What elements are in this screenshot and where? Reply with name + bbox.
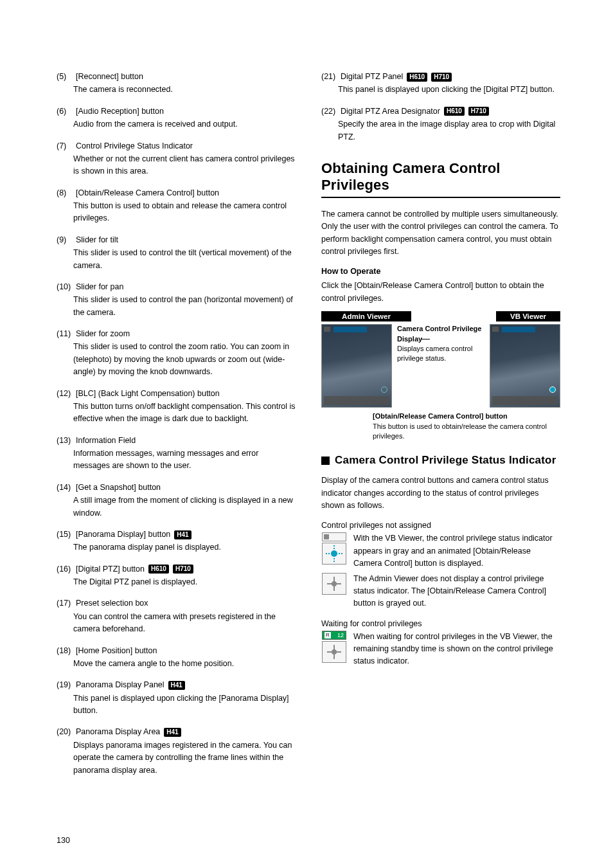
item-description: This slider is used to control the zoom … xyxy=(57,341,296,378)
item-description: Information messages, warning messages a… xyxy=(57,448,296,473)
status-not-assigned-admin-text: The Admin Viewer does not display a cont… xyxy=(353,573,560,610)
square-bullet-icon xyxy=(321,457,330,465)
list-item: (13)Information FieldInformation message… xyxy=(57,435,296,473)
status-not-assigned-block: Control privileges not assigned With the… xyxy=(321,521,560,610)
item-title: [Panorama Display] button xyxy=(76,529,170,541)
list-item: (18)[Home Position] buttonMove the camer… xyxy=(57,645,296,671)
item-description: This slider is used to control the pan (… xyxy=(57,294,296,319)
item-title: [BLC] (Back Light Compensation) button xyxy=(76,388,220,400)
item-title: [Audio Reception] button xyxy=(76,105,164,118)
left-column: (5)[Reconnect] buttonThe camera is recon… xyxy=(57,71,296,786)
item-number: (13) xyxy=(57,435,73,447)
item-description: Audio from the camera is received and ou… xyxy=(57,118,296,131)
item-description: A still image from the moment of clickin… xyxy=(57,494,296,520)
item-description: The Digital PTZ panel is displayed. xyxy=(57,576,296,588)
item-title: [Reconnect] button xyxy=(76,71,143,83)
list-item: (22)Digital PTZ Area DesignatorH610H710S… xyxy=(321,105,560,143)
item-description: Displays panorama images registered in t… xyxy=(57,739,296,777)
model-tag: H710 xyxy=(431,73,452,82)
item-head: (20)Panorama Display AreaH41 xyxy=(57,726,296,738)
item-head: (11)Slider for zoom xyxy=(57,328,296,340)
item-title: Preset selection box xyxy=(76,597,148,610)
item-description: This panel is displayed upon clicking th… xyxy=(57,692,296,718)
item-head: (6)[Audio Reception] button xyxy=(57,105,296,118)
item-head: (17)Preset selection box xyxy=(57,597,296,610)
item-description: Whether or not the current client has ca… xyxy=(57,153,296,178)
item-number: (20) xyxy=(57,726,73,738)
viewer-screenshots-row: Camera Control Privilege Display Display… xyxy=(321,324,560,408)
item-head: (5)[Reconnect] button xyxy=(57,71,296,83)
viewer-labels-row: Admin Viewer VB Viewer xyxy=(321,311,560,321)
obtain-release-button-annotation: [Obtain/Release Camera Control] button T… xyxy=(373,411,560,441)
list-item: (14)[Get a Snapshot] buttonA still image… xyxy=(57,482,296,520)
model-tag: H41 xyxy=(168,681,185,690)
item-number: (16) xyxy=(57,563,73,575)
list-item: (20)Panorama Display AreaH41Displays pan… xyxy=(57,726,296,777)
list-item: (9)Slider for tiltThis slider is used to… xyxy=(57,234,296,272)
item-number: (18) xyxy=(57,645,73,657)
waiting-icon: R12 xyxy=(321,631,347,663)
list-item: (8)[Obtain/Release Camera Control] butto… xyxy=(57,187,296,225)
item-description: Specify the area in the image display ar… xyxy=(321,118,560,143)
item-head: (9)Slider for tilt xyxy=(57,234,296,246)
list-item: (21)Digital PTZ PanelH610H710This panel … xyxy=(321,71,560,96)
item-title: [Digital PTZ] button xyxy=(76,563,145,575)
item-number: (12) xyxy=(57,388,73,400)
model-tag: H710 xyxy=(173,565,193,574)
list-item: (6)[Audio Reception] buttonAudio from th… xyxy=(57,105,296,131)
item-head: (15)[Panorama Display] buttonH41 xyxy=(57,529,296,541)
model-tag: H610 xyxy=(407,73,427,82)
item-number: (6) xyxy=(57,105,73,118)
item-title: Digital PTZ Panel xyxy=(341,71,403,83)
status-waiting-block: Waiting for control privileges R12 When … xyxy=(321,619,560,668)
item-number: (10) xyxy=(57,281,73,293)
item-number: (17) xyxy=(57,597,73,610)
page-number: 130 xyxy=(57,836,70,845)
item-head: (14)[Get a Snapshot] button xyxy=(57,482,296,494)
item-description: This button turns on/off backlight compe… xyxy=(57,401,296,426)
item-head: (8)[Obtain/Release Camera Control] butto… xyxy=(57,187,296,199)
section-body: The camera cannot be controlled by multi… xyxy=(321,208,560,258)
status-waiting-text: When waiting for control privileges in t… xyxy=(353,631,560,668)
item-title: [Obtain/Release Camera Control] button xyxy=(76,187,219,199)
item-description: You can control the camera with presets … xyxy=(57,611,296,636)
item-description: The camera is reconnected. xyxy=(57,84,296,96)
item-head: (18)[Home Position] button xyxy=(57,645,296,657)
how-to-operate-heading: How to Operate xyxy=(321,267,560,276)
item-description: This button is used to obtain and releas… xyxy=(57,200,296,225)
sub-body-text: Display of the camera control buttons an… xyxy=(321,475,560,512)
item-title: [Get a Snapshot] button xyxy=(76,482,161,494)
item-head: (16)[Digital PTZ] buttonH610H710 xyxy=(57,563,296,575)
list-item: (7)Control Privilege Status IndicatorWhe… xyxy=(57,140,296,178)
admin-viewer-label: Admin Viewer xyxy=(321,311,411,321)
item-number: (14) xyxy=(57,482,73,494)
item-number: (19) xyxy=(57,679,73,691)
admin-not-assigned-icon xyxy=(321,573,347,595)
item-number: (21) xyxy=(321,71,338,83)
item-head: (7)Control Privilege Status Indicator xyxy=(57,140,296,152)
item-number: (15) xyxy=(57,529,73,541)
status-not-assigned-vb-text: With the VB Viewer, the control privileg… xyxy=(353,532,560,570)
item-description: Move the camera angle to the home positi… xyxy=(57,658,296,670)
vb-viewer-label: VB Viewer xyxy=(496,311,560,321)
model-tag: H41 xyxy=(174,530,191,539)
item-number: (8) xyxy=(57,187,73,199)
item-head: (21)Digital PTZ PanelH610H710 xyxy=(321,71,560,83)
sub-heading-row: Camera Control Privilege Status Indicato… xyxy=(321,454,560,467)
item-title: Slider for tilt xyxy=(76,234,118,246)
item-title: Panorama Display Panel xyxy=(76,679,164,691)
item-title: Panorama Display Area xyxy=(76,726,160,738)
right-column: (21)Digital PTZ PanelH610H710This panel … xyxy=(321,71,560,786)
how-to-operate-body: Click the [Obtain/Release Camera Control… xyxy=(321,280,560,305)
list-item: (17)Preset selection boxYou can control … xyxy=(57,597,296,635)
item-description: The panorama display panel is displayed. xyxy=(57,541,296,554)
vb-viewer-screenshot xyxy=(490,324,560,408)
list-item: (12)[BLC] (Back Light Compensation) butt… xyxy=(57,388,296,426)
item-title: Digital PTZ Area Designator xyxy=(341,105,440,118)
item-head: (19)Panorama Display PanelH41 xyxy=(57,679,296,691)
model-tag: H610 xyxy=(444,107,465,116)
item-number: (9) xyxy=(57,234,73,246)
item-title: Slider for zoom xyxy=(76,328,130,340)
list-item: (10)Slider for panThis slider is used to… xyxy=(57,281,296,319)
list-item: (5)[Reconnect] buttonThe camera is recon… xyxy=(57,71,296,96)
